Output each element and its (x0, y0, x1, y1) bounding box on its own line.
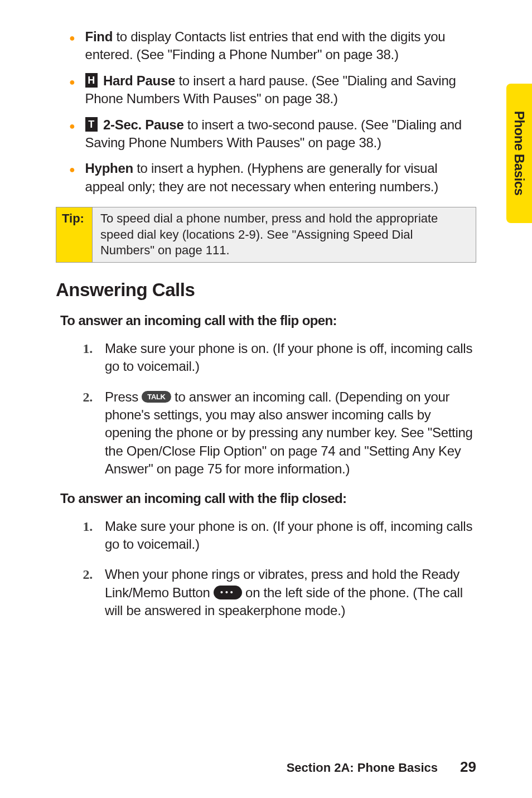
bullet-item-2sec: ● T 2-Sec. Pause to insert a two-second … (56, 116, 476, 152)
side-tab: Phone Basics (506, 84, 532, 223)
subheading-flip-open: To answer an incoming call with the flip… (60, 313, 476, 328)
step-open-1: 1. Make sure your phone is on. (If your … (56, 340, 476, 376)
side-tab-label: Phone Basics (511, 111, 527, 195)
tip-content: To speed dial a phone number, press and … (93, 207, 476, 262)
bullet-text: Hyphen to insert a hyphen. (Hyphens are … (85, 159, 476, 196)
memo-button-icon: ••• (214, 586, 242, 599)
bullet-text: H Hard Pause to insert a hard pause. (Se… (85, 72, 476, 108)
step-text: Make sure your phone is on. (If your pho… (105, 340, 476, 376)
bullet-item-hyphen: ● Hyphen to insert a hyphen. (Hyphens ar… (56, 159, 476, 196)
step-text: Press TALK to answer an incoming call. (… (105, 388, 476, 478)
bullet-bold: Hard Pause (103, 73, 175, 88)
step-number: 2. (69, 565, 93, 620)
bullet-bold: Hyphen (85, 161, 133, 176)
bullet-item-find: ● Find to display Contacts list entries … (56, 28, 476, 64)
talk-icon: TALK (142, 391, 171, 403)
step-pre: Press (105, 389, 142, 404)
bullet-icon: ● (69, 119, 75, 152)
step-closed-2: 2. When your phone rings or vibrates, pr… (56, 565, 476, 620)
bullet-icon: ● (69, 31, 75, 64)
bullet-list: ● Find to display Contacts list entries … (56, 28, 476, 196)
page-footer: Section 2A: Phone Basics 29 (287, 758, 476, 776)
footer-section: Section 2A: Phone Basics (287, 761, 438, 775)
heading-answering-calls: Answering Calls (56, 279, 476, 301)
step-closed-1: 1. Make sure your phone is on. (If your … (56, 518, 476, 554)
bullet-bold: Find (85, 29, 113, 44)
step-open-2: 2. Press TALK to answer an incoming call… (56, 388, 476, 478)
bullet-icon: ● (69, 75, 75, 108)
step-text: Make sure your phone is on. (If your pho… (105, 518, 476, 554)
tip-box: Tip: To speed dial a phone number, press… (56, 207, 476, 263)
bullet-icon: ● (69, 163, 75, 196)
bullet-text: T 2-Sec. Pause to insert a two-second pa… (85, 116, 476, 152)
bullet-rest: to display Contacts list entries that en… (85, 29, 446, 62)
bullet-rest: to insert a hyphen. (Hyphens are general… (85, 161, 438, 194)
bullet-item-hardpause: ● H Hard Pause to insert a hard pause. (… (56, 72, 476, 108)
step-number: 2. (69, 388, 93, 478)
step-number: 1. (69, 518, 93, 554)
h-icon: H (85, 73, 98, 88)
step-text: When your phone rings or vibrates, press… (105, 565, 476, 620)
footer-page-number: 29 (460, 758, 476, 776)
tip-label: Tip: (56, 207, 93, 262)
page-content: ● Find to display Contacts list entries … (0, 0, 532, 649)
t-icon: T (85, 117, 98, 132)
bullet-text: Find to display Contacts list entries th… (85, 28, 476, 64)
bullet-bold: 2-Sec. Pause (103, 117, 184, 132)
step-number: 1. (69, 340, 93, 376)
subheading-flip-closed: To answer an incoming call with the flip… (60, 491, 476, 506)
